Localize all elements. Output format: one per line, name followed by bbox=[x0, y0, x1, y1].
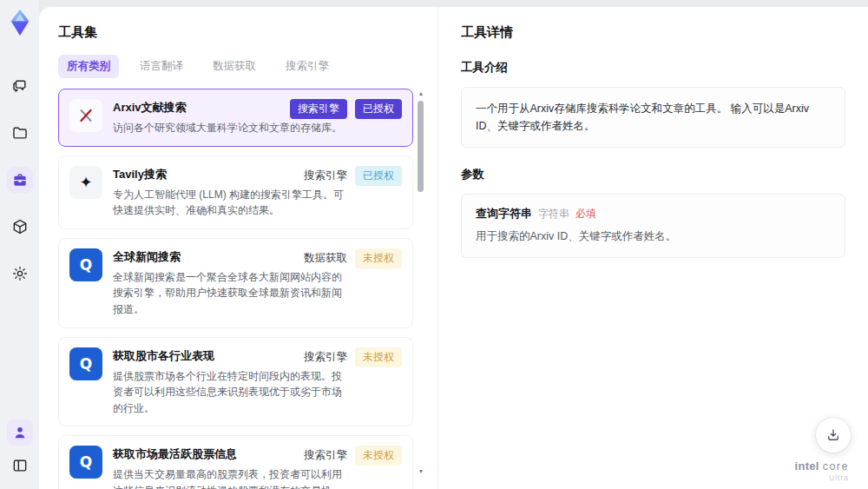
core-wordmark: core bbox=[823, 460, 849, 472]
sidebar-item-profile[interactable] bbox=[7, 420, 33, 446]
auth-status-badge: 已授权 bbox=[355, 99, 402, 119]
tools-list-panel: 工具集 所有类别 语言翻译 数据获取 搜索引擎 Arxiv文献搜索 访问各个研究… bbox=[39, 7, 438, 489]
tool-card-stock-sectors[interactable]: Q 获取股市各行业表现 提供股票市场各个行业在特定时间段内的表现。投资者可以利用… bbox=[58, 337, 413, 427]
app-rail bbox=[0, 0, 39, 489]
tool-description: 专为人工智能代理 (LLM) 构建的搜索引擎工具。可快速提供实时、准确和真实的结… bbox=[113, 187, 344, 219]
tab-data-fetching[interactable]: 数据获取 bbox=[204, 55, 265, 78]
sidebar-item-models[interactable] bbox=[7, 214, 33, 240]
tool-card-active-stocks[interactable]: Q 获取市场最活跃股票信息 提供当天交易量最高的股票列表，投资者可以利用这些信息… bbox=[58, 435, 413, 489]
main-panel: 工具集 所有类别 语言翻译 数据获取 搜索引擎 Arxiv文献搜索 访问各个研究… bbox=[39, 7, 868, 489]
tab-all-categories[interactable]: 所有类别 bbox=[58, 55, 119, 78]
toolbox-icon bbox=[11, 171, 29, 188]
tool-card-arxiv[interactable]: Arxiv文献搜索 访问各个研究领域大量科学论文和文章的存储库。 搜索引擎 已授… bbox=[58, 89, 413, 147]
param-required-label: 必填 bbox=[575, 207, 596, 221]
sidebar-item-tools[interactable] bbox=[7, 167, 33, 193]
cube-icon bbox=[11, 218, 29, 235]
category-label: 搜索引擎 bbox=[304, 448, 347, 463]
layout-panel-icon bbox=[11, 457, 29, 474]
auth-status-badge: 未授权 bbox=[355, 446, 402, 466]
auth-status-badge: 未授权 bbox=[355, 248, 402, 268]
tools-list: Arxiv文献搜索 访问各个研究领域大量科学论文和文章的存储库。 搜索引擎 已授… bbox=[58, 89, 425, 489]
category-tabs: 所有类别 语言翻译 数据获取 搜索引擎 bbox=[58, 55, 425, 78]
tool-description: 全球新闻搜索是一个聚合全球各大新闻网站内容的搜索引擎，帮助用户快速获取全球最新资… bbox=[113, 269, 344, 318]
blue-q-logo-icon: Q bbox=[69, 347, 102, 380]
tab-search-engine[interactable]: 搜索引擎 bbox=[277, 55, 338, 78]
download-icon bbox=[825, 427, 841, 443]
auth-status-badge: 已授权 bbox=[355, 166, 402, 186]
category-label: 搜索引擎 bbox=[304, 350, 347, 365]
sidebar-item-chat[interactable] bbox=[7, 73, 33, 99]
intel-core-logo: intel core Ultra bbox=[795, 460, 849, 482]
folder-icon bbox=[11, 124, 29, 142]
chat-icon bbox=[11, 77, 29, 95]
tool-description: 访问各个研究领域大量科学论文和文章的存储库。 bbox=[113, 120, 342, 136]
app-logo-icon bbox=[7, 9, 33, 36]
params-heading: 参数 bbox=[461, 167, 845, 182]
tab-language-translation[interactable]: 语言翻译 bbox=[131, 55, 192, 78]
blue-q-logo-icon: Q bbox=[69, 446, 102, 479]
category-label: 数据获取 bbox=[304, 251, 347, 266]
tool-card-tavily[interactable]: ✦ Tavily搜索 专为人工智能代理 (LLM) 构建的搜索引擎工具。可快速提… bbox=[58, 155, 413, 229]
intro-heading: 工具介绍 bbox=[461, 60, 845, 76]
ultra-wordmark: Ultra bbox=[795, 474, 849, 482]
tool-description: 提供股票市场各个行业在特定时间段内的表现。投资者可以利用这些信息来识别表现优于或… bbox=[113, 368, 344, 417]
list-scrollbar[interactable]: ▲ ▼ bbox=[417, 90, 425, 475]
scroll-up-arrow-icon[interactable]: ▲ bbox=[418, 90, 424, 97]
gear-icon bbox=[11, 265, 29, 282]
param-name: 查询字符串 bbox=[476, 206, 532, 221]
scrollbar-thumb[interactable] bbox=[418, 101, 424, 192]
tool-description: 提供当天交易量最高的股票列表，投资者可以利用这些信息来识别流动性强的股票和潜在的… bbox=[113, 466, 344, 489]
scroll-down-arrow-icon[interactable]: ▼ bbox=[418, 468, 424, 475]
category-badge: 搜索引擎 bbox=[290, 99, 347, 119]
blue-q-logo-icon: Q bbox=[69, 248, 102, 281]
arxiv-logo-icon bbox=[69, 99, 102, 132]
sidebar-item-files[interactable] bbox=[7, 120, 33, 146]
tool-intro-text: 一个用于从Arxiv存储库搜索科学论文和文章的工具。 输入可以是Arxiv ID… bbox=[461, 87, 845, 148]
category-label: 搜索引擎 bbox=[304, 169, 347, 183]
tool-card-global-news[interactable]: Q 全球新闻搜索 全球新闻搜索是一个聚合全球各大新闻网站内容的搜索引擎，帮助用户… bbox=[58, 238, 413, 328]
details-title: 工具详情 bbox=[461, 24, 845, 41]
user-icon bbox=[11, 424, 29, 441]
page-title: 工具集 bbox=[58, 24, 425, 41]
auth-status-badge: 未授权 bbox=[355, 347, 402, 367]
intel-wordmark: intel bbox=[795, 459, 819, 472]
sidebar-item-toggle-panel[interactable] bbox=[7, 453, 33, 479]
param-type: 字符串 bbox=[538, 207, 569, 221]
sidebar-item-settings[interactable] bbox=[7, 261, 33, 287]
param-description: 用于搜索的Arxiv ID、关键字或作者姓名。 bbox=[476, 229, 831, 244]
four-point-star-icon: ✦ bbox=[69, 166, 102, 199]
download-button[interactable] bbox=[816, 418, 851, 453]
parameter-card: 查询字符串 字符串 必填 用于搜索的Arxiv ID、关键字或作者姓名。 bbox=[461, 194, 845, 258]
tool-details-panel: 工具详情 工具介绍 一个用于从Arxiv存储库搜索科学论文和文章的工具。 输入可… bbox=[438, 7, 868, 489]
